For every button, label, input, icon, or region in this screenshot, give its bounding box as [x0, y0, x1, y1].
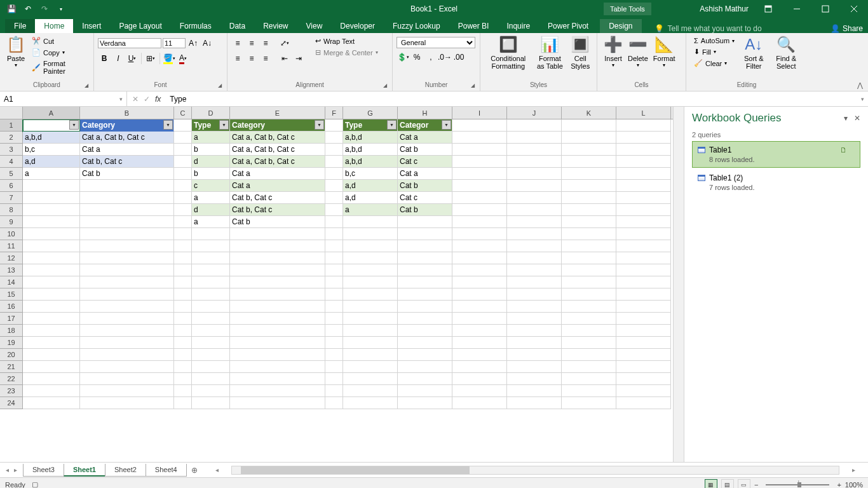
- align-bottom-icon[interactable]: ≡: [259, 37, 272, 50]
- cell[interactable]: [507, 385, 562, 397]
- cell[interactable]: [23, 373, 80, 385]
- cell[interactable]: [562, 119, 616, 132]
- row-header[interactable]: 22: [0, 373, 23, 385]
- queries-dropdown-icon[interactable]: ▾: [844, 114, 848, 123]
- cell[interactable]: [343, 313, 398, 325]
- sheet-tab-sheet1[interactable]: Sheet1: [64, 464, 105, 477]
- cell[interactable]: [23, 313, 80, 325]
- cell[interactable]: [80, 180, 174, 192]
- cell[interactable]: [562, 216, 616, 228]
- decrease-decimal-icon[interactable]: .00: [452, 51, 465, 64]
- cell[interactable]: [174, 216, 192, 228]
- cell[interactable]: Cat b: [398, 180, 452, 192]
- cell[interactable]: [325, 228, 343, 240]
- cell[interactable]: [343, 397, 398, 409]
- filter-arrow-icon[interactable]: ▼: [442, 120, 451, 130]
- cell[interactable]: Cat b: [230, 216, 325, 228]
- cell[interactable]: [230, 264, 325, 276]
- cell[interactable]: [452, 144, 507, 156]
- tab-view[interactable]: View: [297, 19, 332, 33]
- cut-button[interactable]: ✂️Cut: [29, 36, 88, 46]
- zoom-out-icon[interactable]: −: [754, 481, 758, 489]
- cell[interactable]: [507, 361, 562, 373]
- cell[interactable]: [325, 276, 343, 288]
- cell[interactable]: Cat a: [230, 168, 325, 180]
- cell[interactable]: [174, 119, 192, 132]
- sheet-tab-sheet3[interactable]: Sheet3: [23, 464, 64, 477]
- cell[interactable]: [452, 385, 507, 397]
- horizontal-scrollbar[interactable]: [231, 466, 839, 475]
- expand-formula-bar-icon[interactable]: ▾: [857, 96, 868, 102]
- cell[interactable]: [325, 349, 343, 361]
- cell[interactable]: [174, 313, 192, 325]
- fill-button[interactable]: ⬇Fill ▾: [691, 46, 737, 57]
- row-header[interactable]: 15: [0, 288, 23, 301]
- share-button[interactable]: 👤 Share: [831, 24, 863, 33]
- comma-format-icon[interactable]: ,: [424, 51, 437, 64]
- cell[interactable]: Cat b: [398, 204, 452, 216]
- cell[interactable]: [507, 119, 562, 132]
- column-header-J[interactable]: J: [507, 107, 562, 119]
- cell[interactable]: [23, 337, 80, 349]
- row-header[interactable]: 20: [0, 349, 23, 361]
- cell[interactable]: [23, 301, 80, 313]
- sheet-nav-first-icon[interactable]: ◂: [4, 466, 11, 473]
- cell[interactable]: [452, 373, 507, 385]
- accounting-format-icon[interactable]: 💲▾: [397, 51, 409, 64]
- cell[interactable]: [343, 288, 398, 301]
- cell[interactable]: [507, 313, 562, 325]
- cell[interactable]: [325, 337, 343, 349]
- cell[interactable]: [507, 228, 562, 240]
- cell[interactable]: Cat b: [398, 144, 452, 156]
- cell[interactable]: [230, 252, 325, 264]
- cell[interactable]: [507, 156, 562, 168]
- cell[interactable]: [452, 216, 507, 228]
- cell[interactable]: [230, 276, 325, 288]
- cell[interactable]: [507, 240, 562, 252]
- border-button[interactable]: ⊞ ▾: [144, 52, 157, 65]
- cell[interactable]: [507, 252, 562, 264]
- cell[interactable]: [398, 361, 452, 373]
- cell[interactable]: [562, 301, 616, 313]
- cell[interactable]: Cat b: [80, 168, 174, 180]
- undo-icon[interactable]: ↶: [20, 1, 36, 17]
- find-select-button[interactable]: 🔍Find & Select: [769, 34, 803, 71]
- tab-insert[interactable]: Insert: [73, 19, 110, 33]
- cell[interactable]: [230, 228, 325, 240]
- cell[interactable]: [507, 132, 562, 144]
- cell[interactable]: [325, 361, 343, 373]
- cell[interactable]: [23, 264, 80, 276]
- cell[interactable]: [192, 228, 230, 240]
- cell[interactable]: [192, 349, 230, 361]
- cell[interactable]: [616, 276, 671, 288]
- cell[interactable]: [507, 180, 562, 192]
- cell[interactable]: [398, 216, 452, 228]
- cell[interactable]: [343, 216, 398, 228]
- cell[interactable]: [230, 373, 325, 385]
- cell[interactable]: [174, 252, 192, 264]
- cell[interactable]: [174, 156, 192, 168]
- column-header-K[interactable]: K: [562, 107, 616, 119]
- spreadsheet-grid[interactable]: 1Type▼Category▼Type▼Category▼Type▼Catego…: [0, 119, 673, 462]
- queries-close-icon[interactable]: ✕: [854, 114, 860, 123]
- sheet-nav-last-icon[interactable]: ▸: [12, 466, 19, 473]
- autosum-button[interactable]: ΣAutoSum ▾: [691, 36, 737, 46]
- cell[interactable]: [174, 397, 192, 409]
- cell[interactable]: [616, 240, 671, 252]
- cell[interactable]: [325, 240, 343, 252]
- user-name[interactable]: Ashish Mathur: [700, 4, 749, 13]
- cell[interactable]: [230, 361, 325, 373]
- refresh-icon[interactable]: 🗋: [840, 146, 847, 154]
- cell[interactable]: [23, 228, 80, 240]
- cell[interactable]: Cat b, Cat c: [230, 204, 325, 216]
- cell[interactable]: [562, 397, 616, 409]
- cell[interactable]: [80, 204, 174, 216]
- cell[interactable]: [452, 192, 507, 204]
- cell[interactable]: [230, 385, 325, 397]
- insert-function-icon[interactable]: fx: [155, 95, 161, 104]
- cell[interactable]: [616, 132, 671, 144]
- cell[interactable]: [174, 325, 192, 337]
- font-name-select[interactable]: [98, 38, 161, 48]
- cell[interactable]: [562, 385, 616, 397]
- column-header-H[interactable]: H: [398, 107, 452, 119]
